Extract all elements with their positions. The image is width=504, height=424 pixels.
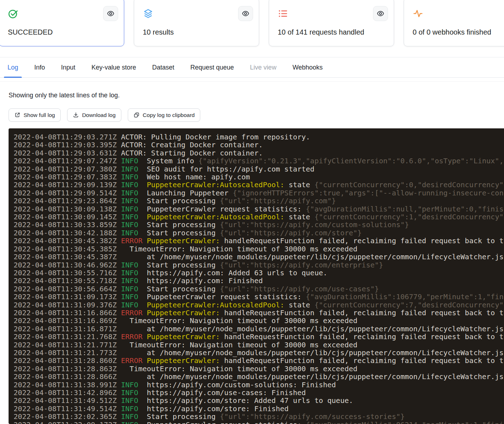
tab-log[interactable]: Log	[7, 57, 18, 77]
log-line: 2022-04-08T11:31:49.514Z INFO https://ap…	[14, 405, 504, 413]
status-card-label: SUCCEEDED	[8, 28, 115, 36]
log-line: 2022-04-08T11:31:28.863Z TimeoutError: N…	[14, 365, 504, 373]
log-line: 2022-04-08T11:30:33.859Z INFO Start proc…	[14, 221, 504, 229]
log-notice: Showing only the latest lines of the log…	[9, 92, 504, 99]
tab-dataset[interactable]: Dataset	[152, 57, 174, 77]
tabs: LogInfoInputKey-value storeDatasetReques…	[0, 57, 504, 77]
button-label: Download log	[82, 112, 116, 118]
status-cards: SUCCEEDED10 results10 of 141 requests ha…	[0, 0, 504, 46]
status-card-status[interactable]: SUCCEEDED	[0, 0, 124, 46]
check-circle-icon	[8, 8, 115, 19]
eye-preview-button[interactable]	[238, 6, 253, 21]
layers-icon	[143, 8, 250, 19]
log-line: 2022-04-08T11:31:21.773Z at /home/myuser…	[14, 349, 504, 357]
tab-input[interactable]: Input	[61, 57, 75, 77]
log-line: 2022-04-08T11:29:03.395Z ACTOR: Creating…	[14, 141, 504, 149]
log-line: 2022-04-08T11:31:28.860Z ERROR Puppeteer…	[14, 357, 504, 364]
log-line: 2022-04-08T11:29:07.383Z INFO Web host n…	[14, 173, 504, 181]
log-line: 2022-04-08T11:31:21.768Z ERROR Puppeteer…	[14, 333, 504, 341]
log-line: 2022-04-08T11:32:09.172Z INFO PuppeteerC…	[14, 421, 504, 424]
log-line: 2022-04-08T11:30:56.664Z INFO Start proc…	[14, 285, 504, 293]
tab-bar: LogInfoInputKey-value storeDatasetReques…	[0, 57, 504, 78]
log-line: 2022-04-08T11:31:38.991Z INFO https://ap…	[14, 381, 504, 389]
copy-icon	[133, 112, 140, 118]
copy-log-to-clipboard-button[interactable]: Copy log to clipboard	[128, 108, 201, 122]
download-log-button[interactable]: Download log	[67, 108, 121, 122]
button-label: Copy log to clipboard	[143, 112, 195, 118]
log-line: 2022-04-08T11:29:23.864Z INFO Start proc…	[14, 197, 504, 205]
log-line: 2022-04-08T11:31:28.866Z at /home/myuser…	[14, 373, 504, 380]
log-line: 2022-04-08T11:31:09.173Z INFO PuppeteerC…	[14, 293, 504, 301]
log-line: 2022-04-08T11:31:16.866Z ERROR Puppeteer…	[14, 309, 504, 317]
log-line: 2022-04-08T11:31:16.871Z at /home/myuser…	[14, 325, 504, 333]
eye-preview-button[interactable]	[103, 6, 118, 21]
log-line: 2022-04-08T11:29:03.271Z ACTOR: Pulling …	[14, 133, 504, 141]
log-line: 2022-04-08T11:31:21.771Z TimeoutError: N…	[14, 341, 504, 349]
log-line: 2022-04-08T11:31:49.512Z INFO https://ap…	[14, 397, 504, 404]
eye-icon	[107, 10, 115, 17]
status-card-requests[interactable]: 10 of 141 requests handled	[269, 0, 394, 46]
status-card-label: 0 of 0 webhooks finished	[413, 28, 504, 36]
list-icon	[278, 8, 385, 19]
tab-info[interactable]: Info	[34, 57, 45, 77]
log-line: 2022-04-08T11:30:09.145Z INFO PuppeteerC…	[14, 213, 504, 221]
tab-request-queue[interactable]: Request queue	[190, 57, 234, 77]
download-icon	[73, 112, 79, 118]
log-line: 2022-04-08T11:29:07.247Z INFO System inf…	[14, 157, 504, 165]
status-card-label: 10 results	[143, 28, 250, 36]
status-card-label: 10 of 141 requests handled	[278, 28, 385, 36]
tab-webhooks[interactable]: Webhooks	[292, 57, 323, 77]
button-label: Show full log	[24, 112, 55, 118]
external-link-icon	[14, 112, 20, 118]
status-card-webhooks[interactable]: 0 of 0 webhooks finished	[404, 0, 504, 46]
log-line: 2022-04-08T11:29:07.380Z INFO SEO audit …	[14, 165, 504, 173]
eye-icon	[242, 10, 250, 17]
log-line: 2022-04-08T11:29:03.631Z ACTOR: Starting…	[14, 149, 504, 157]
tab-live-view[interactable]: Live view	[250, 57, 276, 77]
log-tab-panel: Showing only the latest lines of the log…	[0, 78, 504, 424]
log-line: 2022-04-08T11:31:16.869Z TimeoutError: N…	[14, 317, 504, 325]
eye-preview-button[interactable]	[373, 6, 388, 21]
log-line: 2022-04-08T11:30:55.718Z INFO https://ap…	[14, 277, 504, 285]
eye-icon	[377, 10, 384, 17]
log-line: 2022-04-08T11:30:09.138Z INFO PuppeteerC…	[14, 205, 504, 213]
status-card-results[interactable]: 10 results	[134, 0, 259, 46]
pulse-icon	[413, 8, 504, 19]
log-line: 2022-04-08T11:31:09.376Z INFO PuppeteerC…	[14, 301, 504, 309]
tab-key-value-store[interactable]: Key-value store	[91, 57, 136, 77]
log-line: 2022-04-08T11:30:46.962Z INFO Start proc…	[14, 261, 504, 269]
log-line: 2022-04-08T11:30:45.385Z TimeoutError: N…	[14, 245, 504, 253]
log-line: 2022-04-08T11:32:02.365Z INFO Start proc…	[14, 413, 504, 420]
log-output[interactable]: 2022-04-08T11:29:03.271Z ACTOR: Pulling …	[9, 128, 504, 424]
log-line: 2022-04-08T11:29:09.514Z INFO Launching …	[14, 189, 504, 197]
log-line: 2022-04-08T11:31:42.896Z INFO https://ap…	[14, 389, 504, 397]
log-line: 2022-04-08T11:29:09.139Z INFO PuppeteerC…	[14, 181, 504, 189]
log-line: 2022-04-08T11:30:55.716Z INFO https://ap…	[14, 269, 504, 277]
log-actions: Show full logDownload logCopy log to cli…	[9, 108, 504, 122]
log-line: 2022-04-08T11:30:42.188Z INFO Start proc…	[14, 229, 504, 237]
show-full-log-button[interactable]: Show full log	[9, 108, 61, 122]
log-line: 2022-04-08T11:30:45.387Z at /home/myuser…	[14, 253, 504, 261]
log-line: 2022-04-08T11:30:45.382Z ERROR Puppeteer…	[14, 237, 504, 245]
